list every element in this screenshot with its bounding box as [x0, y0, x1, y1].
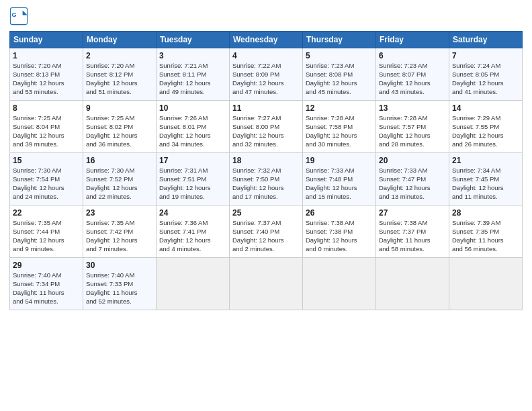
day-number: 21	[452, 155, 519, 166]
cell-line: Daylight: 12 hours	[232, 236, 300, 245]
calendar-row-2: 15Sunrise: 7:30 AMSunset: 7:54 PMDayligh…	[10, 153, 523, 205]
calendar-cell: 1Sunrise: 7:20 AMSunset: 8:13 PMDaylight…	[10, 48, 83, 101]
cell-line: and 36 minutes.	[86, 140, 153, 149]
cell-line: Daylight: 12 hours	[232, 79, 300, 88]
calendar-row-3: 22Sunrise: 7:35 AMSunset: 7:44 PMDayligh…	[10, 205, 523, 258]
day-number: 9	[86, 103, 153, 113]
cell-line: Sunset: 7:48 PM	[306, 175, 373, 184]
cell-line: Sunrise: 7:32 AM	[232, 167, 300, 175]
calendar-row-0: 1Sunrise: 7:20 AMSunset: 8:13 PMDaylight…	[10, 48, 523, 101]
cell-line: Sunrise: 7:31 AM	[159, 167, 226, 175]
col-header-sunday: Sunday	[10, 32, 83, 48]
cell-line: Daylight: 12 hours	[452, 79, 519, 88]
cell-line: Sunset: 7:58 PM	[306, 123, 373, 132]
cell-line: Sunrise: 7:34 AM	[452, 167, 519, 175]
day-number: 25	[232, 208, 300, 218]
cell-line: and 2 minutes.	[232, 245, 300, 254]
cell-line: Sunset: 7:54 PM	[13, 175, 80, 184]
header: G	[9, 7, 523, 26]
day-number: 27	[379, 208, 446, 218]
calendar-cell: 27Sunrise: 7:38 AMSunset: 7:37 PMDayligh…	[376, 205, 449, 258]
calendar-cell: 16Sunrise: 7:30 AMSunset: 7:52 PMDayligh…	[83, 153, 157, 205]
day-number: 23	[86, 208, 153, 218]
cell-line: Daylight: 12 hours	[159, 79, 226, 88]
day-number: 14	[452, 103, 519, 113]
cell-line: Sunrise: 7:27 AM	[232, 114, 300, 123]
cell-line: Sunrise: 7:33 AM	[379, 167, 446, 175]
cell-line: Sunrise: 7:38 AM	[306, 219, 373, 228]
cell-line: Sunset: 8:07 PM	[379, 71, 446, 79]
cell-line: Sunset: 8:12 PM	[86, 71, 153, 79]
day-number: 7	[452, 50, 519, 61]
day-number: 4	[232, 50, 300, 61]
calendar-cell: 11Sunrise: 7:27 AMSunset: 8:00 PMDayligh…	[230, 101, 303, 153]
cell-line: Daylight: 12 hours	[13, 79, 80, 88]
cell-line: and 26 minutes.	[452, 140, 519, 149]
col-header-friday: Friday	[376, 32, 449, 48]
cell-line: Sunset: 7:44 PM	[13, 228, 80, 236]
cell-line: Sunset: 8:05 PM	[452, 71, 519, 79]
cell-line: Daylight: 11 hours	[379, 236, 446, 245]
cell-line: Sunrise: 7:38 AM	[379, 219, 446, 228]
day-number: 16	[86, 155, 153, 166]
cell-line: and 24 minutes.	[13, 193, 80, 201]
logo: G	[9, 7, 31, 26]
cell-line: Sunset: 7:37 PM	[379, 228, 446, 236]
cell-line: Sunrise: 7:39 AM	[452, 219, 519, 228]
cell-line: Daylight: 12 hours	[13, 184, 80, 193]
cell-line: and 51 minutes.	[86, 88, 153, 97]
cell-line: Sunrise: 7:40 AM	[86, 271, 153, 280]
cell-line: Sunrise: 7:35 AM	[13, 219, 80, 228]
cell-line: and 39 minutes.	[13, 140, 80, 149]
cell-line: and 52 minutes.	[86, 298, 153, 306]
day-number: 3	[159, 50, 226, 61]
cell-line: and 54 minutes.	[13, 298, 80, 306]
day-number: 30	[86, 260, 153, 271]
calendar-row-1: 8Sunrise: 7:25 AMSunset: 8:04 PMDaylight…	[10, 101, 523, 153]
cell-line: Sunset: 7:50 PM	[232, 175, 300, 184]
cell-line: Sunrise: 7:28 AM	[379, 114, 446, 123]
cell-line: Sunset: 7:51 PM	[159, 175, 226, 184]
calendar-cell: 12Sunrise: 7:28 AMSunset: 7:58 PMDayligh…	[303, 101, 376, 153]
cell-line: Sunset: 7:57 PM	[379, 123, 446, 132]
cell-line: Sunrise: 7:25 AM	[13, 114, 80, 123]
cell-line: and 58 minutes.	[379, 245, 446, 254]
cell-line: Daylight: 12 hours	[379, 79, 446, 88]
cell-line: Sunrise: 7:29 AM	[452, 114, 519, 123]
cell-line: Sunrise: 7:37 AM	[232, 219, 300, 228]
calendar-cell: 7Sunrise: 7:24 AMSunset: 8:05 PMDaylight…	[449, 48, 523, 101]
cell-line: Sunset: 8:01 PM	[159, 123, 226, 132]
calendar-cell: 20Sunrise: 7:33 AMSunset: 7:47 PMDayligh…	[376, 153, 449, 205]
day-number: 24	[159, 208, 226, 218]
day-number: 29	[13, 260, 80, 271]
cell-line: and 22 minutes.	[86, 193, 153, 201]
col-header-thursday: Thursday	[303, 32, 376, 48]
calendar-cell: 24Sunrise: 7:36 AMSunset: 7:41 PMDayligh…	[157, 205, 230, 258]
cell-line: and 15 minutes.	[306, 193, 373, 201]
cell-line: and 34 minutes.	[159, 140, 226, 149]
cell-line: Daylight: 12 hours	[159, 184, 226, 193]
calendar-body: 1Sunrise: 7:20 AMSunset: 8:13 PMDaylight…	[10, 48, 523, 310]
calendar-cell: 5Sunrise: 7:23 AMSunset: 8:08 PMDaylight…	[303, 48, 376, 101]
col-header-saturday: Saturday	[449, 32, 523, 48]
calendar-cell: 13Sunrise: 7:28 AMSunset: 7:57 PMDayligh…	[376, 101, 449, 153]
cell-line: Sunset: 8:09 PM	[232, 71, 300, 79]
day-number: 6	[379, 50, 446, 61]
column-header-row: SundayMondayTuesdayWednesdayThursdayFrid…	[10, 32, 523, 48]
main-container: G SundayMondayTuesdayWednesdayThursdayFr…	[0, 0, 532, 317]
cell-line: Sunrise: 7:33 AM	[306, 167, 373, 175]
day-number: 8	[13, 103, 80, 113]
day-number: 19	[306, 155, 373, 166]
cell-line: and 43 minutes.	[379, 88, 446, 97]
cell-line: Sunset: 7:41 PM	[159, 228, 226, 236]
cell-line: Sunset: 7:34 PM	[13, 280, 80, 289]
cell-line: and 53 minutes.	[13, 88, 80, 97]
cell-line: Sunset: 8:04 PM	[13, 123, 80, 132]
cell-line: Sunset: 7:47 PM	[379, 175, 446, 184]
cell-line: Daylight: 12 hours	[86, 79, 153, 88]
cell-line: Daylight: 12 hours	[306, 132, 373, 140]
cell-line: Daylight: 12 hours	[86, 236, 153, 245]
cell-line: Sunrise: 7:25 AM	[86, 114, 153, 123]
cell-line: Sunset: 8:00 PM	[232, 123, 300, 132]
day-number: 20	[379, 155, 446, 166]
